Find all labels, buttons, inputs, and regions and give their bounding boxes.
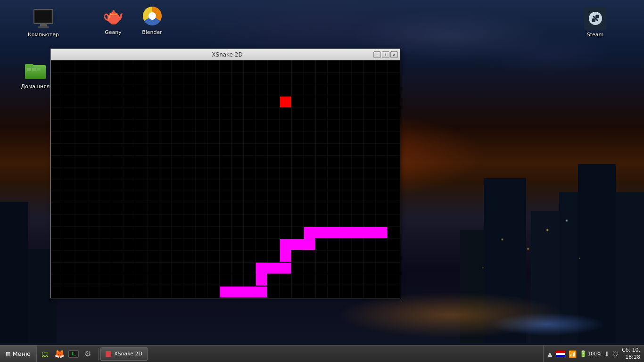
game-canvas[interactable]	[51, 60, 400, 298]
desktop-icon-steam[interactable]: Steam	[578, 7, 613, 38]
computer-icon-label: Компьютер	[28, 32, 59, 38]
taskbar-files-icon[interactable]: 🗂	[39, 347, 52, 361]
desktop-icon-computer[interactable]: Компьютер	[25, 7, 62, 38]
desktop-icon-blender[interactable]: Blender	[134, 5, 170, 35]
battery-label: 100%	[588, 351, 602, 356]
taskbar-menu-button[interactable]: ▦ Меню	[0, 346, 37, 362]
window-titlebar: XSnake 2D – + ×	[51, 49, 400, 60]
language-flag-icon[interactable]	[555, 350, 566, 358]
files-icon: 🗂	[41, 349, 50, 359]
system-tray: ▲ 📶 🔋 100% ⬇ 🛡 Сб. 10. 18:28	[543, 346, 644, 362]
wifi-icon[interactable]: 📶	[569, 350, 577, 358]
computer-icon	[32, 7, 55, 30]
arrow-up-icon[interactable]: ▲	[547, 350, 553, 358]
desktop-icon-home[interactable]: Домашняя	[17, 59, 54, 90]
taskbar-terminal-icon[interactable]: $_	[67, 347, 80, 361]
menu-label: Меню	[12, 350, 31, 357]
window-minimize-button[interactable]: –	[373, 51, 381, 58]
taskbar-xsnake-button[interactable]: XSnake 2D	[100, 347, 148, 361]
system-clock: Сб. 10. 18:28	[622, 347, 640, 361]
home-icon-label: Домашняя	[21, 83, 50, 90]
terminal-icon: $_	[71, 352, 76, 356]
window-maximize-button[interactable]: +	[382, 51, 389, 58]
taskbar-extra-icon[interactable]: ⚙	[81, 347, 94, 361]
geany-icon-label: Geany	[105, 29, 122, 35]
window-buttons: – + ×	[373, 51, 398, 58]
shield-icon[interactable]: 🛡	[612, 350, 619, 358]
home-icon	[24, 59, 47, 82]
taskbar-firefox-icon[interactable]: 🦊	[53, 347, 66, 361]
window-close-button[interactable]: ×	[390, 51, 398, 58]
blender-icon-label: Blender	[142, 29, 162, 35]
xsnake-window: XSnake 2D – + ×	[50, 49, 400, 298]
snake-game-canvas	[51, 60, 400, 298]
desktop: Компьютер 🫖 Geany Blender	[0, 0, 644, 362]
clock-date: Сб. 10.	[622, 347, 640, 354]
svg-point-2	[592, 18, 595, 22]
battery-indicator[interactable]: 🔋 100%	[579, 350, 602, 357]
taskbar-quick-launch: 🗂 🦊 $_ ⚙	[37, 347, 96, 361]
xsnake-indicator	[106, 351, 111, 357]
menu-icon: ▦	[6, 351, 10, 357]
window-title: XSnake 2D	[81, 51, 373, 58]
taskbar-separator	[98, 348, 99, 360]
download-icon[interactable]: ⬇	[604, 350, 610, 358]
clock-time: 18:28	[622, 354, 640, 361]
extra-icon: ⚙	[84, 349, 91, 358]
steam-icon	[584, 7, 607, 30]
firefox-icon: 🦊	[54, 349, 65, 359]
xsnake-window-label: XSnake 2D	[114, 351, 142, 357]
steam-icon-label: Steam	[587, 32, 604, 38]
blender-icon	[141, 5, 164, 27]
taskbar: ▦ Меню 🗂 🦊 $_ ⚙ XSnake 2D	[0, 345, 644, 362]
geany-icon: 🫖	[102, 5, 124, 27]
battery-icon: 🔋	[579, 350, 587, 357]
desktop-icon-geany[interactable]: 🫖 Geany	[97, 5, 130, 35]
svg-point-1	[595, 15, 599, 18]
